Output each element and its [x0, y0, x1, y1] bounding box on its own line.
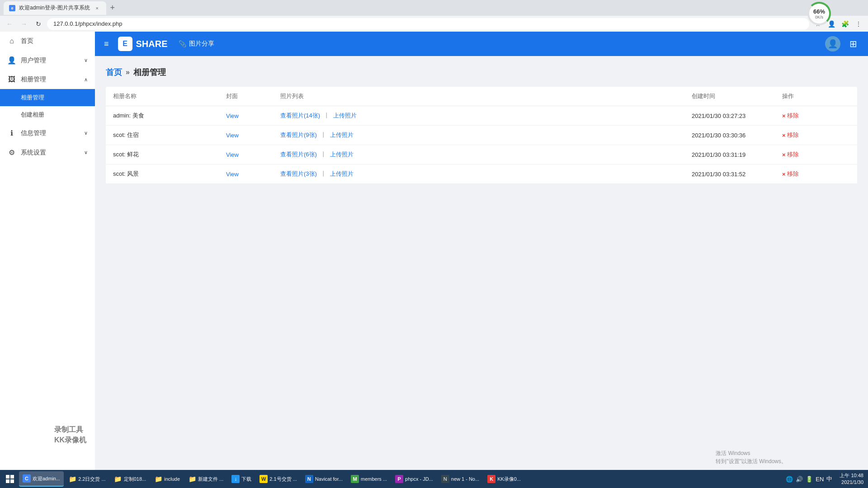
remove-x-1: × [782, 113, 786, 119]
sep-1: 丨 [324, 112, 330, 120]
breadcrumb-separator: » [126, 68, 130, 76]
photo-share-icon: 📎 [179, 40, 186, 47]
album-name-2: scot: 住宿 [113, 131, 226, 139]
table-row: scot: 住宿 View 查看照片(9张) 丨 上传照片 2021/01/30… [106, 126, 857, 145]
album-icon: 🖼 [7, 75, 16, 84]
view-photos-4[interactable]: 查看照片(3张) [280, 170, 317, 178]
col-created: 创建时间 [692, 92, 782, 100]
table-row: scot: 风景 View 查看照片(3张) 丨 上传照片 2021/01/30… [106, 164, 857, 184]
remove-label-3: 移除 [787, 150, 799, 159]
upload-photos-1[interactable]: 上传照片 [333, 112, 357, 120]
photo-list-4: 查看照片(3张) 丨 上传照片 [280, 170, 692, 178]
remove-label-2: 移除 [787, 131, 799, 139]
sep-2: 丨 [321, 131, 326, 139]
sep-4: 丨 [321, 170, 326, 178]
back-button[interactable]: ← [4, 18, 15, 30]
tab-favicon: e [9, 5, 15, 11]
breadcrumb: 首页 » 相册管理 [106, 67, 857, 78]
home-icon: ⌂ [7, 37, 16, 45]
upload-photos-3[interactable]: 上传照片 [330, 150, 354, 159]
settings-icon: ⚙ [7, 148, 16, 157]
view-photos-1[interactable]: 查看照片(14张) [280, 112, 320, 120]
view-photos-2[interactable]: 查看照片(9张) [280, 131, 317, 139]
app-logo: E SHARE [118, 37, 168, 51]
sidebar-item-user-management[interactable]: 👤 用户管理 ∨ [0, 51, 95, 70]
album-name-1: admin: 美食 [113, 112, 226, 120]
col-name: 相册名称 [113, 92, 226, 100]
menu-toggle-button[interactable]: ≡ [104, 39, 109, 49]
col-actions: 操作 [782, 92, 850, 100]
user-icon: 👤 [7, 56, 16, 65]
upload-photos-4[interactable]: 上传照片 [330, 170, 354, 178]
main-panel: ≡ E SHARE 📎 图片分享 👤 ⊞ 首页 » 相册管理 [95, 32, 868, 470]
reload-button[interactable]: ↻ [33, 18, 44, 30]
sidebar-item-settings-label: 系统设置 [21, 149, 46, 157]
more-button[interactable]: ⋮ [853, 18, 864, 30]
created-time-1: 2021/01/30 03:27:23 [692, 113, 782, 119]
album-name-3: scot: 鲜花 [113, 150, 226, 159]
breadcrumb-current: 相册管理 [133, 67, 166, 78]
info-icon: ℹ [7, 129, 16, 137]
new-tab-button[interactable]: + [106, 2, 119, 14]
active-tab[interactable]: e 欢迎admin登录-图片共享系统 × [4, 1, 106, 15]
extensions-button[interactable]: 🧩 [839, 18, 851, 30]
remove-btn-4[interactable]: × 移除 [782, 170, 799, 178]
sidebar-sub-album-label: 相册管理 [21, 94, 44, 101]
photo-list-2: 查看照片(9张) 丨 上传照片 [280, 131, 692, 139]
sidebar-item-album-management[interactable]: 🖼 相册管理 ∧ [0, 70, 95, 89]
perf-speed: 0K/s [815, 15, 823, 19]
view-link-1[interactable]: View [226, 113, 280, 119]
album-name-4: scot: 风景 [113, 170, 226, 178]
logo-icon: E [118, 37, 132, 51]
created-time-4: 2021/01/30 03:31:52 [692, 171, 782, 178]
breadcrumb-home[interactable]: 首页 [106, 67, 122, 78]
remove-x-3: × [782, 151, 786, 158]
sidebar-item-home-label: 首页 [21, 37, 33, 45]
view-link-4[interactable]: View [226, 171, 280, 178]
sidebar-sub-album-manage[interactable]: 相册管理 [0, 89, 95, 106]
address-bar: ← → ↻ ☆ 👤 🧩 ⋮ [0, 16, 868, 32]
settings-expand-arrow: ∨ [84, 150, 88, 155]
app-layout: ⌂ 首页 👤 用户管理 ∨ 🖼 相册管理 ∧ 相册管理 创建相册 ℹ 信息管理 … [0, 32, 868, 470]
sidebar-item-home[interactable]: ⌂ 首页 [0, 32, 95, 51]
remove-x-2: × [782, 132, 786, 139]
user-avatar[interactable]: 👤 [825, 36, 840, 52]
perf-circle: 66% 0K/s [807, 2, 831, 25]
url-input[interactable] [47, 18, 809, 30]
upload-photos-2[interactable]: 上传照片 [330, 131, 354, 139]
photo-share-nav[interactable]: 📎 图片分享 [175, 38, 218, 50]
sidebar-sub-create-album[interactable]: 创建相册 [0, 106, 95, 123]
photo-list-1: 查看照片(14张) 丨 上传照片 [280, 112, 692, 120]
remove-label-4: 移除 [787, 170, 799, 178]
remove-label-1: 移除 [787, 112, 799, 120]
sidebar: ⌂ 首页 👤 用户管理 ∨ 🖼 相册管理 ∧ 相册管理 创建相册 ℹ 信息管理 … [0, 32, 95, 470]
app-header: ≡ E SHARE 📎 图片分享 👤 ⊞ [95, 32, 868, 56]
action-cell-3: × 移除 [782, 150, 850, 159]
tab-title: 欢迎admin登录-图片共享系统 [19, 4, 90, 12]
table-header: 相册名称 封面 照片列表 创建时间 操作 [106, 87, 857, 106]
forward-button[interactable]: → [18, 18, 30, 30]
remove-btn-2[interactable]: × 移除 [782, 131, 799, 139]
main-content: 首页 » 相册管理 相册名称 封面 照片列表 创建时间 操作 admin: 美食… [95, 56, 868, 470]
grid-icon[interactable]: ⊞ [848, 37, 859, 51]
view-link-2[interactable]: View [226, 132, 280, 139]
photo-list-3: 查看照片(6张) 丨 上传照片 [280, 150, 692, 159]
album-table: 相册名称 封面 照片列表 创建时间 操作 admin: 美食 View 查看照片… [106, 87, 857, 184]
performance-indicator: 66% 0K/s [807, 2, 831, 25]
table-row: admin: 美食 View 查看照片(14张) 丨 上传照片 2021/01/… [106, 106, 857, 126]
col-cover: 封面 [226, 92, 280, 100]
view-link-3[interactable]: View [226, 151, 280, 158]
remove-x-4: × [782, 171, 786, 178]
sidebar-item-settings[interactable]: ⚙ 系统设置 ∨ [0, 143, 95, 162]
user-expand-arrow: ∨ [84, 57, 88, 63]
tab-close-button[interactable]: × [94, 5, 101, 12]
sidebar-sub-create-label: 创建相册 [21, 111, 44, 118]
remove-btn-3[interactable]: × 移除 [782, 150, 799, 159]
view-photos-3[interactable]: 查看照片(6张) [280, 150, 317, 159]
sidebar-item-info[interactable]: ℹ 信息管理 ∨ [0, 123, 95, 143]
col-photos: 照片列表 [280, 92, 692, 100]
perf-percent: 66% [813, 8, 825, 15]
created-time-2: 2021/01/30 03:30:36 [692, 132, 782, 139]
remove-btn-1[interactable]: × 移除 [782, 112, 799, 120]
sidebar-item-info-label: 信息管理 [21, 129, 46, 137]
